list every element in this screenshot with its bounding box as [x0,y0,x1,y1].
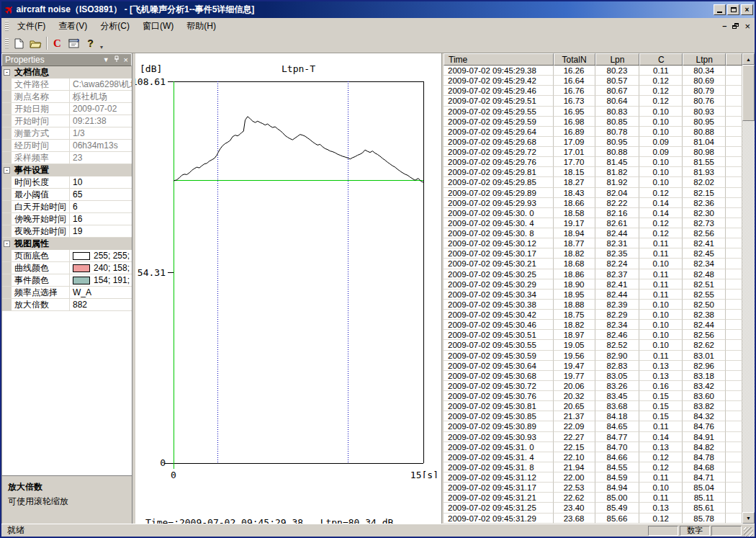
table-row[interactable]: 2009-07-02 09:45:29.7217.0180.880.0980.9… [444,147,742,157]
table-row[interactable]: 2009-07-02 09:45:29.6817.0980.950.0981.0… [444,137,742,147]
table-row[interactable]: 2009-07-02 09:45:30. 818.9482.440.1282.5… [444,228,742,238]
menu-item-1[interactable]: 查看(V) [52,18,94,35]
table-row[interactable]: 2009-07-02 09:45:29.7617.7081.450.1081.5… [444,157,742,167]
chart-panel[interactable]: [dB]Ltpn-T108.6154.310015[s] Time=:2009-… [135,53,442,524]
collapse-icon[interactable]: - [4,69,10,76]
table-row[interactable]: 2009-07-02 09:45:30. 018.5882.160.1482.3… [444,208,742,218]
cell-Ltpn: 80.93 [683,107,726,117]
table-row[interactable]: 2009-07-02 09:45:30.8922.0984.650.1184.7… [444,421,742,431]
table-row[interactable]: 2009-07-02 09:45:31.1222.0084.590.1184.7… [444,472,742,483]
mdi-close-button[interactable]: × [744,22,750,31]
toolbar-grip[interactable] [5,38,9,48]
property-value[interactable]: 154; 191; 18 [70,274,132,286]
column-header-C[interactable]: C [639,53,683,66]
title-bar[interactable]: ✈ aircraft noise（ISO3891） - [飞机噪声分析1--事件… [1,1,755,18]
close-button[interactable]: × [741,4,753,15]
property-value[interactable]: 10 [70,176,132,188]
table-row[interactable]: 2009-07-02 09:45:30.4218.7582.290.1082.3… [444,310,742,320]
table-row[interactable]: 2009-07-02 09:45:30.5519.0582.520.1082.6… [444,340,742,350]
table-row[interactable]: 2009-07-02 09:45:29.5516.9580.830.1080.9… [444,107,742,117]
table-row[interactable]: 2009-07-02 09:45:30. 419.1782.610.1282.7… [444,218,742,228]
table-row[interactable]: 2009-07-02 09:45:30.2918.9082.410.1182.5… [444,279,742,290]
properties-panel-titlebar[interactable]: Properties ▼ × [1,53,132,66]
help-button[interactable]: ? [82,35,99,51]
property-value[interactable]: W_A [70,287,132,298]
column-header-Lpn[interactable]: Lpn [595,53,640,66]
table-row[interactable]: 2009-07-02 09:45:30.8120.6583.680.1583.8… [444,401,742,411]
table-row[interactable]: 2009-07-02 09:45:30.1718.8282.350.1182.4… [444,248,742,259]
table-row[interactable]: 2009-07-02 09:45:30.5919.5682.900.1183.0… [444,351,742,361]
ltpn-chart[interactable]: [dB]Ltpn-T108.6154.310015[s] [135,53,441,478]
menu-item-3[interactable]: 窗口(W) [136,18,180,35]
table-row[interactable]: 2009-07-02 09:45:29.8118.1581.820.1081.9… [444,167,742,177]
table-row[interactable]: 2009-07-02 09:45:30.6819.7783.050.1383.1… [444,371,742,381]
table-row[interactable]: 2009-07-02 09:45:31. 422.1084.660.1284.7… [444,452,742,462]
table-row[interactable]: 2009-07-02 09:45:30.7220.0683.260.1683.4… [444,381,742,391]
property-value[interactable]: 19 [70,225,132,237]
scrollbar-thumb[interactable] [742,65,755,121]
mdi-restore-button[interactable] [732,23,739,29]
table-scrollbar[interactable]: ▲ ▼ [742,53,755,524]
table-row[interactable]: 2009-07-02 09:45:30.7620.3283.450.1583.6… [444,391,742,401]
pin-icon[interactable] [114,55,120,64]
table-row[interactable]: 2009-07-02 09:45:31. 821.9484.550.1284.6… [444,462,742,472]
toolbar-overflow-icon[interactable]: ▾ [100,44,103,53]
table-row[interactable]: 2009-07-02 09:45:30.2518.8682.370.1182.4… [444,269,742,279]
property-value[interactable]: 255; 255; 25 [70,250,132,261]
column-header-Ltpn[interactable]: Ltpn [683,53,726,66]
table-row[interactable]: 2009-07-02 09:45:29.6416.8980.780.1080.8… [444,127,742,137]
table-row[interactable]: 2009-07-02 09:45:30.8521.3784.180.1584.3… [444,411,742,421]
new-document-button[interactable] [11,35,27,51]
table-row[interactable]: 2009-07-02 09:45:30.6419.4782.830.1382.9… [444,361,742,371]
table-row[interactable]: 2009-07-02 09:45:30.9322.2784.770.1484.9… [444,432,742,442]
table-row[interactable]: 2009-07-02 09:45:29.4216.6480.570.1280.6… [444,76,742,86]
open-file-button[interactable] [27,35,44,51]
scroll-down-icon[interactable]: ▼ [742,512,755,524]
menu-grip[interactable] [5,21,9,31]
close-panel-icon[interactable]: × [124,56,128,64]
table-row[interactable]: 2009-07-02 09:45:30.2118.6882.240.1082.3… [444,259,742,269]
table-row[interactable]: 2009-07-02 09:45:31.2923.6885.660.1285.7… [444,514,742,524]
table-row[interactable]: 2009-07-02 09:45:29.3816.2680.230.1180.3… [444,66,742,76]
menu-item-2[interactable]: 分析(C) [94,18,136,35]
table-row[interactable]: 2009-07-02 09:45:29.8918.4382.040.1282.1… [444,188,742,198]
property-value[interactable]: 6 [70,201,132,212]
property-category[interactable]: -视图属性 [2,238,132,250]
collapse-icon[interactable]: - [4,241,10,247]
table-row[interactable]: 2009-07-02 09:45:29.5116.7380.640.1280.7… [444,96,742,106]
menu-item-4[interactable]: 帮助(H) [180,18,222,35]
chevron-down-icon[interactable]: ▼ [103,57,109,63]
analysis-button[interactable]: C [49,35,66,51]
resize-grip[interactable] [744,527,753,537]
table-row[interactable]: 2009-07-02 09:45:31.2523.4085.490.1385.6… [444,503,742,513]
table-row[interactable]: 2009-07-02 09:45:31.2122.6285.000.1185.1… [444,493,742,503]
table-row[interactable]: 2009-07-02 09:45:29.4616.7680.670.1280.7… [444,86,742,96]
scroll-up-icon[interactable]: ▲ [742,53,755,65]
property-value[interactable]: 65 [70,189,132,200]
property-category[interactable]: -事件设置 [2,164,132,176]
table-row[interactable]: 2009-07-02 09:45:29.8518.2781.920.1082.0… [444,177,742,187]
property-value[interactable]: 240; 158; 15 [70,262,132,274]
table-row[interactable]: 2009-07-02 09:45:31.1722.5384.940.1085.0… [444,483,742,493]
table-row[interactable]: 2009-07-02 09:45:30.4618.8282.340.1082.4… [444,320,742,330]
scrollbar-trough[interactable] [742,121,755,512]
property-category[interactable]: -文档信息 [2,66,132,79]
menu-item-0[interactable]: 文件(F) [11,18,52,35]
table-row[interactable]: 2009-07-02 09:45:30.3418.9582.440.1182.5… [444,290,742,300]
column-header-TotalN[interactable]: TotalN [554,53,595,66]
property-value[interactable]: 882 [70,299,132,310]
mdi-minimize-button[interactable]: – [722,22,726,30]
table-row[interactable]: 2009-07-02 09:45:29.9318.6682.220.1482.3… [444,198,742,208]
collapse-icon[interactable]: - [4,167,10,174]
maximize-button[interactable] [727,4,739,15]
table-row[interactable]: 2009-07-02 09:45:30.5118.9782.460.1082.5… [444,330,742,340]
table-row[interactable]: 2009-07-02 09:45:30.1218.7782.310.1182.4… [444,238,742,248]
minimize-button[interactable] [714,4,726,15]
column-header-Time[interactable]: Time [444,53,554,66]
column-header-blank[interactable] [726,53,742,66]
table-row[interactable]: 2009-07-02 09:45:30.3818.8882.390.1082.5… [444,300,742,310]
property-value[interactable]: 16 [70,213,132,225]
properties-button[interactable] [66,35,82,51]
table-row[interactable]: 2009-07-02 09:45:31. 022.1584.700.1384.8… [444,442,742,452]
table-row[interactable]: 2009-07-02 09:45:29.5916.9880.850.1080.9… [444,117,742,127]
